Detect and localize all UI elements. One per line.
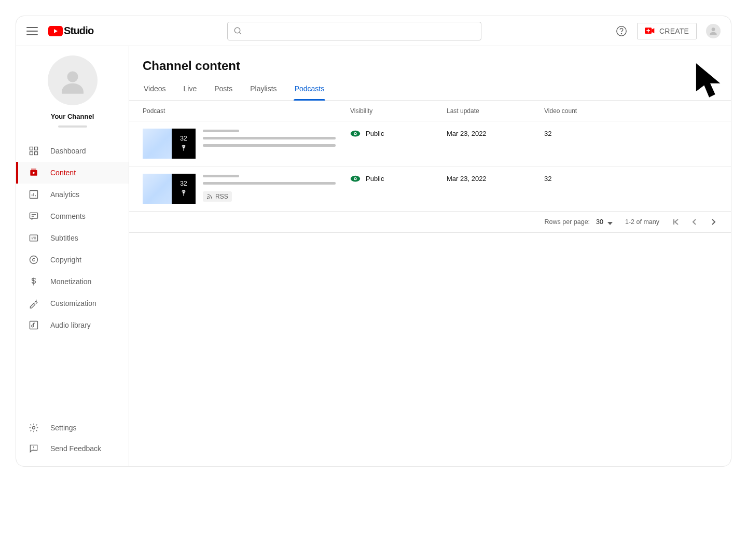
tab-podcasts[interactable]: Podcasts: [294, 78, 326, 100]
channel-subtitle-placeholder: [58, 125, 87, 128]
monetization-icon: [29, 276, 39, 287]
nav-content[interactable]: Content: [16, 162, 129, 184]
menu-icon[interactable]: [26, 25, 38, 37]
help-icon[interactable]: [615, 25, 628, 37]
rows-per-page-value[interactable]: 30: [596, 218, 603, 226]
content-tabs: Videos Live Posts Playlists Podcasts: [129, 78, 731, 101]
tab-playlists[interactable]: Playlists: [249, 78, 278, 100]
svg-point-27: [208, 198, 209, 199]
search-input[interactable]: [227, 22, 481, 40]
svg-marker-0: [54, 29, 58, 33]
svg-line-2: [239, 32, 241, 34]
title-placeholder: [203, 175, 239, 177]
nav-copyright[interactable]: Copyright: [16, 249, 129, 271]
table-row[interactable]: 32 Public Mar 23, 20: [129, 121, 731, 166]
channel-card[interactable]: Your Channel: [16, 55, 129, 128]
svg-rect-9: [30, 147, 33, 150]
comments-icon: [29, 211, 39, 221]
camera-plus-icon: [645, 27, 655, 35]
svg-rect-17: [30, 213, 38, 218]
last-update-value: Mar 23, 2022: [447, 129, 544, 137]
podcast-thumbnail[interactable]: 32: [143, 174, 196, 204]
column-video-count[interactable]: Video count: [544, 107, 717, 115]
podcast-thumbnail[interactable]: 32: [143, 129, 196, 159]
nav-audio-library[interactable]: Audio library: [16, 314, 129, 336]
first-page-button[interactable]: [672, 218, 680, 226]
svg-marker-31: [607, 222, 613, 225]
podcast-icon: [179, 144, 188, 152]
sidebar: Your Channel Dashboard Content: [16, 46, 129, 466]
youtube-play-icon: [48, 26, 63, 36]
nav-analytics[interactable]: Analytics: [16, 184, 129, 205]
page-title: Channel content: [129, 46, 731, 78]
rss-badge: RSS: [203, 191, 232, 202]
nav-settings[interactable]: Settings: [16, 417, 129, 438]
nav-label: Audio library: [50, 321, 91, 329]
visibility-value: Public: [366, 130, 384, 137]
svg-point-30: [355, 178, 356, 179]
tab-videos[interactable]: Videos: [143, 78, 167, 100]
nav-label: Send Feedback: [50, 444, 101, 453]
description-placeholder: [203, 144, 336, 147]
nav-customization[interactable]: Customization: [16, 292, 129, 314]
nav-label: Monetization: [50, 277, 91, 286]
svg-rect-12: [35, 152, 38, 155]
nav-comments[interactable]: Comments: [16, 205, 129, 227]
studio-logo[interactable]: Studio: [48, 25, 93, 37]
episode-count-badge: 32: [172, 174, 196, 204]
svg-rect-18: [30, 235, 38, 241]
table-header-row: Podcast Visibility Last update Video cou…: [129, 101, 731, 121]
svg-rect-15: [31, 169, 36, 170]
svg-point-22: [183, 147, 185, 148]
visibility-value: Public: [366, 175, 384, 183]
nav-label: Subtitles: [50, 234, 78, 242]
dropdown-caret-icon[interactable]: [607, 219, 613, 225]
visibility-public-icon: [350, 130, 361, 137]
podcast-icon: [179, 189, 188, 198]
svg-point-1: [234, 27, 240, 33]
nav-label: Content: [50, 169, 76, 177]
title-placeholder: [203, 130, 239, 132]
tab-posts[interactable]: Posts: [213, 78, 233, 100]
column-podcast[interactable]: Podcast: [143, 107, 350, 115]
channel-name: Your Channel: [16, 113, 129, 120]
nav-send-feedback[interactable]: Send Feedback: [16, 438, 129, 459]
pagination-bar: Rows per page: 30 1-2 of many: [129, 212, 731, 233]
table-row[interactable]: 32 RSS: [129, 166, 731, 212]
column-last-update[interactable]: Last update: [447, 107, 544, 115]
video-count-value: 32: [544, 174, 717, 183]
channel-avatar-icon: [48, 55, 98, 105]
last-update-value: Mar 23, 2022: [447, 174, 544, 183]
account-avatar[interactable]: [706, 24, 721, 38]
main-content: Channel content Videos Live Posts Playli…: [129, 46, 731, 466]
feedback-icon: [29, 443, 39, 454]
nav-label: Settings: [50, 424, 77, 432]
nav-label: Comments: [50, 212, 86, 220]
create-button-label: CREATE: [659, 27, 689, 35]
svg-point-26: [183, 192, 185, 193]
pagination-range: 1-2 of many: [625, 218, 659, 226]
nav-subtitles[interactable]: Subtitles: [16, 227, 129, 249]
svg-point-19: [30, 256, 38, 264]
subtitles-icon: [29, 233, 39, 243]
search-icon: [233, 26, 243, 36]
nav-label: Copyright: [50, 256, 81, 264]
create-button[interactable]: CREATE: [637, 23, 697, 39]
video-count-value: 32: [544, 129, 717, 137]
rss-icon: [206, 193, 213, 200]
copyright-icon: [29, 255, 39, 265]
content-icon: [29, 167, 39, 178]
svg-point-25: [355, 133, 356, 134]
previous-page-button[interactable]: [690, 218, 699, 226]
svg-point-4: [621, 33, 621, 34]
nav-label: Customization: [50, 299, 96, 307]
svg-point-3: [617, 26, 626, 35]
nav-dashboard[interactable]: Dashboard: [16, 140, 129, 162]
nav-monetization[interactable]: Monetization: [16, 271, 129, 292]
nav-label: Analytics: [50, 190, 79, 199]
description-placeholder: [203, 182, 336, 185]
tab-live[interactable]: Live: [183, 78, 198, 100]
rows-per-page-label: Rows per page:: [545, 218, 590, 226]
column-visibility[interactable]: Visibility: [350, 107, 447, 115]
next-page-button[interactable]: [709, 218, 717, 226]
